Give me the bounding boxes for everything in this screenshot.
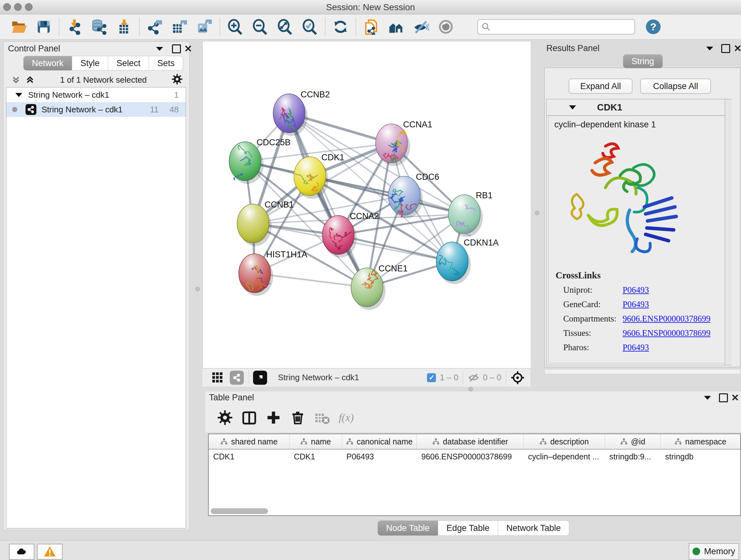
create-column-icon <box>266 410 281 426</box>
zoom-selected-button[interactable] <box>297 17 322 37</box>
table-cell[interactable]: CDK1 <box>209 452 289 461</box>
collection-expander-icon[interactable] <box>15 93 22 97</box>
network-canvas[interactable]: CCNB2CCNA1CDC25BCDK1CDC6RB1CCNB1CCNA2CDK… <box>202 42 531 368</box>
tab-style[interactable]: Style <box>72 56 108 71</box>
table-cell[interactable]: cyclin–dependent ... <box>524 452 605 461</box>
close-results-icon[interactable]: ✕ <box>734 43 741 54</box>
table-horizontal-scrollbar[interactable] <box>211 508 268 514</box>
cdk1-expander-icon[interactable] <box>569 105 576 110</box>
show-neighbors-button[interactable] <box>384 17 408 37</box>
table-options-gear-button[interactable] <box>213 407 237 429</box>
collapse-all-button[interactable]: Collapse All <box>640 78 711 94</box>
search-box[interactable] <box>477 19 635 35</box>
table-cell[interactable]: CDK1 <box>289 452 342 461</box>
column-header-canonical-name[interactable]: canonical name <box>342 434 417 449</box>
table-cell[interactable]: P06493 <box>342 452 417 461</box>
show-hidden-button[interactable] <box>433 17 458 37</box>
network-view-mode-icon[interactable] <box>230 371 244 385</box>
network-node-CCNE1[interactable] <box>351 268 383 307</box>
left-splitter-handle[interactable] <box>195 287 200 291</box>
collapse-all-icon[interactable] <box>10 74 21 85</box>
memory-button[interactable]: Memory <box>689 543 739 560</box>
column-header-shared-name[interactable]: shared name <box>209 434 289 449</box>
save-session-button[interactable] <box>31 17 56 37</box>
open-session-button[interactable] <box>6 17 31 37</box>
column-header--id[interactable]: @id <box>605 434 661 449</box>
export-network-button[interactable] <box>142 17 167 37</box>
tab-node-table[interactable]: Node Table <box>378 520 438 536</box>
network-node-CDK1[interactable] <box>294 157 326 196</box>
hide-selected-button[interactable] <box>408 17 433 37</box>
table-row[interactable]: CDK1CDK1P064939606.ENSP00000378699cyclin… <box>209 449 740 463</box>
float-table-icon[interactable] <box>719 393 728 403</box>
network-node-CDC25B[interactable] <box>229 142 261 181</box>
tab-sets[interactable]: Sets <box>149 56 183 71</box>
network-options-gear-icon[interactable] <box>172 73 183 86</box>
close-panel-icon[interactable]: ✕ <box>184 43 192 54</box>
network-node-CCNB2[interactable] <box>273 94 305 133</box>
cdk1-section: CDK1 cyclin–dependent kinase 1 <box>546 99 731 365</box>
selected-checkbox-icon[interactable]: ✓ <box>427 373 436 382</box>
network-row[interactable]: String Network – cdk1 11 48 <box>6 102 186 117</box>
column-header-namespace[interactable]: namespace <box>661 434 740 449</box>
import-network-database-button[interactable] <box>87 17 112 37</box>
network-node-CDKN1A[interactable] <box>436 242 468 281</box>
expand-all-button[interactable]: Expand All <box>569 78 632 94</box>
float-panel-icon[interactable] <box>172 44 181 55</box>
table-cell[interactable]: 9606.ENSP00000378699 <box>417 452 524 461</box>
column-header-name[interactable]: name <box>289 434 342 449</box>
expand-all-icon[interactable] <box>24 74 36 85</box>
tab-network[interactable]: Network <box>23 56 72 71</box>
zoom-fit-button[interactable] <box>273 17 297 37</box>
tab-select[interactable]: Select <box>108 56 149 71</box>
fit-content-crosshair-icon[interactable] <box>511 371 525 385</box>
right-splitter-handle[interactable] <box>535 211 539 215</box>
tab-network-table[interactable]: Network Table <box>498 520 569 536</box>
crosslink-value[interactable]: 9606.ENSP00000378699 <box>623 314 711 324</box>
zoom-in-button[interactable] <box>223 17 248 37</box>
new-network-from-selection-button[interactable] <box>359 17 384 37</box>
delete-columns-button[interactable] <box>286 407 310 429</box>
collapse-results-icon[interactable] <box>706 46 713 52</box>
crosslink-value[interactable]: P06493 <box>623 285 649 295</box>
network-edge[interactable] <box>289 113 367 287</box>
cloud-status-button[interactable] <box>9 544 35 560</box>
network-node-HIST1H1A[interactable] <box>239 254 271 293</box>
birds-eye-view-icon[interactable] <box>253 371 267 385</box>
network-node-CCNB1[interactable] <box>237 204 269 243</box>
column-header-description[interactable]: description <box>524 434 605 449</box>
delete-table-button[interactable] <box>310 407 334 429</box>
table-cell[interactable]: stringdb:9... <box>605 452 661 461</box>
search-input[interactable] <box>491 22 626 32</box>
collapse-panel-icon[interactable] <box>156 46 163 52</box>
hide-selected-icon <box>413 19 429 35</box>
create-column-button[interactable] <box>261 407 286 429</box>
table-cell[interactable]: stringdb <box>661 452 740 461</box>
export-image-button[interactable] <box>192 17 217 37</box>
close-table-icon[interactable]: ✕ <box>731 392 739 403</box>
export-table-button[interactable] <box>167 17 192 37</box>
results-horizontal-scrollbar[interactable] <box>544 369 740 374</box>
show-columns-button[interactable] <box>237 407 261 429</box>
tab-string[interactable]: String <box>623 54 663 68</box>
tab-edge-table[interactable]: Edge Table <box>438 520 498 536</box>
import-network-file-button[interactable] <box>62 17 87 37</box>
warning-status-button[interactable] <box>37 544 63 560</box>
float-results-icon[interactable] <box>721 44 730 54</box>
column-header-database-identifier[interactable]: database identifier <box>417 434 524 449</box>
import-table-file-button[interactable] <box>112 17 137 37</box>
bottom-splitter-handle[interactable] <box>468 387 473 391</box>
apply-layout-button[interactable] <box>328 17 353 37</box>
grid-mode-icon[interactable] <box>211 371 224 384</box>
network-node-CCNA2[interactable] <box>322 215 354 254</box>
network-collection-row[interactable]: String Network – cdk1 1 <box>6 87 186 102</box>
crosslink-value[interactable]: P06493 <box>623 300 649 309</box>
crosslink-value[interactable]: P06493 <box>623 343 649 353</box>
zoom-out-button[interactable] <box>248 17 273 37</box>
crosslink-value[interactable]: 9606.ENSP00000378699 <box>623 328 711 338</box>
results-vertical-scrollbar[interactable] <box>725 99 731 365</box>
network-node-CCNA1[interactable] <box>376 124 408 163</box>
collapse-table-icon[interactable] <box>704 395 711 401</box>
help-button[interactable]: ? <box>646 19 661 34</box>
function-builder-button[interactable]: f(x) <box>334 407 358 429</box>
